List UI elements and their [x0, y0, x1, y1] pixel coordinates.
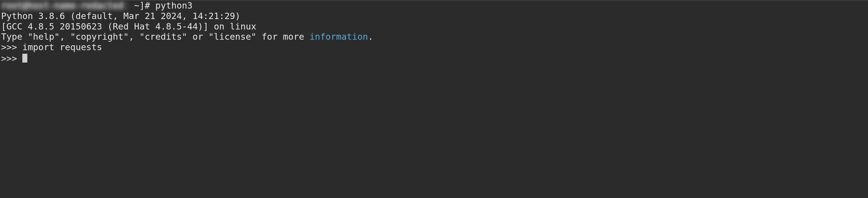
- shell-prompt-suffix: ~]#: [129, 0, 155, 11]
- shell-prompt-line: root@host-name-redacted ~]# python3: [1, 1, 867, 11]
- repl-line-current[interactable]: >>>: [1, 53, 867, 64]
- repl-prompt: >>>: [1, 42, 22, 53]
- shell-command: python3: [155, 0, 193, 11]
- cursor-block: [22, 54, 27, 63]
- terminal-pane[interactable]: root@host-name-redacted ~]# python3Pytho…: [0, 1, 868, 198]
- banner-text-prefix: Type "help", "copyright", "credits" or "…: [1, 31, 309, 42]
- python-banner-line-2: [GCC 4.8.5 20150623 (Red Hat 4.8.5-44)] …: [1, 22, 867, 32]
- banner-text-suffix: .: [368, 31, 373, 42]
- repl-prompt: >>>: [1, 53, 22, 64]
- blurred-host-text: root@host-name-redacted: [1, 1, 129, 11]
- repl-input: import requests: [22, 42, 102, 53]
- repl-line-1: >>> import requests: [1, 42, 867, 53]
- banner-link-information[interactable]: information: [309, 31, 368, 42]
- python-banner-line-1: Python 3.8.6 (default, Mar 21 2024, 14:2…: [1, 11, 867, 22]
- python-banner-line-3: Type "help", "copyright", "credits" or "…: [1, 32, 867, 42]
